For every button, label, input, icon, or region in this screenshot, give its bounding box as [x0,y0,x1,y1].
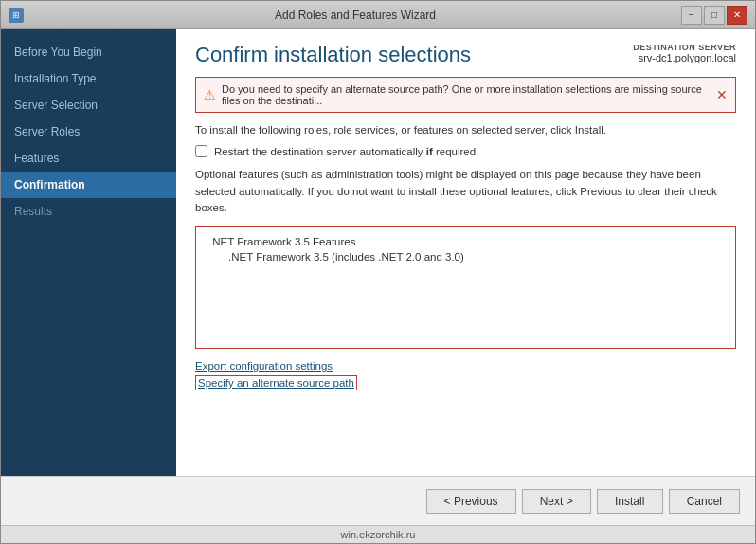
window-title: Add Roles and Features Wizard [29,9,681,22]
next-button[interactable]: Next > [522,489,591,514]
window-controls: − □ ✕ [681,6,747,25]
sidebar: Before You Begin Installation Type Serve… [1,29,176,476]
window-icon: ⊞ [9,8,24,23]
previous-button[interactable]: < Previous [426,489,516,514]
feature-item-0: .NET Framework 3.5 Features [209,236,722,247]
right-panel: Confirm installation selections DESTINAT… [176,29,755,476]
titlebar: ⊞ Add Roles and Features Wizard − □ ✕ [1,1,755,29]
features-box: .NET Framework 3.5 Features .NET Framewo… [195,226,736,349]
restart-label: Restart the destination server automatic… [214,146,476,157]
feature-item-1: .NET Framework 3.5 (includes .NET 2.0 an… [209,251,722,263]
wizard-window: ⊞ Add Roles and Features Wizard − □ ✕ Be… [0,0,756,544]
restart-checkbox-row: Restart the destination server automatic… [195,145,736,157]
install-button[interactable]: Install [597,489,663,514]
destination-server-value: srv-dc1.polygon.local [633,52,736,63]
export-config-link[interactable]: Export configuration settings [195,360,736,372]
optional-note: Optional features (such as administratio… [195,167,736,216]
sidebar-item-confirmation[interactable]: Confirmation [1,172,176,198]
sidebar-item-server-selection[interactable]: Server Selection [1,92,176,118]
panel-title: Confirm installation selections [195,43,471,67]
warning-icon: ⚠ [204,87,216,102]
sidebar-item-before-you-begin[interactable]: Before You Begin [1,39,176,65]
install-note: To install the following roles, role ser… [195,124,736,136]
panel-body: To install the following roles, role ser… [176,120,755,476]
footer: < Previous Next > Install Cancel [1,476,755,525]
warning-text: Do you need to specify an alternate sour… [222,83,711,106]
destination-server-info: DESTINATION SERVER srv-dc1.polygon.local [633,43,736,63]
warning-close-button[interactable]: ✕ [716,87,728,102]
source-path-link[interactable]: Specify an alternate source path [195,375,357,390]
close-button[interactable]: ✕ [727,6,747,25]
sidebar-item-installation-type[interactable]: Installation Type [1,65,176,92]
panel-header: Confirm installation selections DESTINAT… [176,29,755,77]
destination-server-label: DESTINATION SERVER [633,43,736,52]
maximize-button[interactable]: □ [704,6,725,25]
sidebar-item-features[interactable]: Features [1,145,176,172]
restart-checkbox[interactable] [195,145,207,157]
watermark: win.ekzorchik.ru [1,525,755,543]
sidebar-item-results[interactable]: Results [1,198,176,225]
main-content: Before You Begin Installation Type Serve… [1,29,755,476]
minimize-button[interactable]: − [681,6,702,25]
warning-bar: ⚠ Do you need to specify an alternate so… [195,77,736,113]
cancel-button[interactable]: Cancel [669,489,740,514]
sidebar-item-server-roles[interactable]: Server Roles [1,118,176,145]
